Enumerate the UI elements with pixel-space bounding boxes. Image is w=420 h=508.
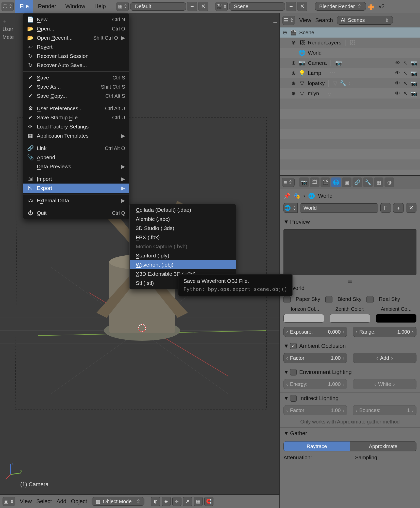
ao-factor-field[interactable]: Factor:1.00 [283,353,347,363]
cursor-select-icon[interactable]: ↖ [403,80,408,86]
tab-mete[interactable]: Mete [0,33,16,41]
file-menu-item[interactable]: 🗂External Data▶ [23,196,129,205]
editor-type-icon[interactable]: ▣ ⇕ [3,497,15,506]
tab-render-layers-icon[interactable]: 🖼 [310,177,320,187]
outliner-tree[interactable]: ⊖🎬Scene ⊕🖼RenderLayers │ 🖼🌐World ⊕📷Camer… [280,27,420,175]
footer-menu-add[interactable]: Add [56,498,66,505]
drag-grip-icon[interactable]: 〓 [280,278,420,282]
gather-approximate-button[interactable]: Approximate [350,441,417,451]
export-menu-item[interactable]: Stanford (.ply) [130,251,236,260]
scene-browse-icon[interactable]: 🎬 ⇕ [215,2,228,11]
ao-enable-checkbox[interactable]: ✓ [290,343,297,349]
layout-delete-button[interactable]: ✕ [198,2,208,11]
eye-icon[interactable]: 👁 [395,90,400,96]
indirect-enable-checkbox[interactable] [290,395,297,402]
exposure-field[interactable]: Exposure:0.000 [283,327,347,337]
zenith-color-swatch[interactable] [330,314,370,323]
panel-world-header[interactable]: ▼World [280,282,420,294]
file-menu-item[interactable]: 📎Append [23,153,129,162]
real-sky-checkbox[interactable] [366,296,374,303]
viewport-add-region-icon[interactable]: ＋ [272,18,278,27]
tab-constraints-icon[interactable]: 🔗 [352,177,362,187]
gather-raytrace-button[interactable]: Raytrace [283,441,350,451]
eye-icon[interactable]: 👁 [395,60,400,66]
tab-material-icon[interactable]: ◑ [384,177,394,187]
footer-menu-object[interactable]: Object [71,498,87,505]
render-toggle-icon[interactable]: 📷 [411,90,417,96]
menu-help[interactable]: Help [90,0,110,13]
horizon-color-swatch[interactable] [283,314,324,323]
outliner-editor-icon[interactable]: ☰ ⇕ [282,16,295,25]
file-menu-item[interactable]: ✔Save Copy...Ctrl Alt S [23,91,129,101]
outliner-filter-dropdown[interactable]: All Scenes [337,16,393,25]
file-menu-item[interactable]: ↻Recover Auto Save... [23,61,129,70]
outliner-search-menu[interactable]: Search [315,17,333,24]
eye-icon[interactable]: 👁 [395,80,400,86]
panel-gather-header[interactable]: ▼Gather [280,428,420,439]
cursor-select-icon[interactable]: ↖ [403,70,408,76]
file-menu-item[interactable]: ⚙User Preferences...Ctrl Alt U [23,104,129,113]
file-menu-item[interactable]: 🔗LinkCtrl Alt O [23,144,129,153]
tab-user[interactable]: User [0,25,16,33]
panel-indirect-header[interactable]: ▼Indirect Lighting [280,392,420,404]
indirect-bounces-field[interactable]: Bounces:1 [353,405,416,415]
export-menu-item[interactable]: Wavefront (.obj) [130,260,236,269]
world-browse-button[interactable]: 🌐 ⇕ [283,203,298,213]
layout-browse-icon[interactable]: ▦ ⇕ [116,2,129,11]
snap-icon[interactable]: 🧲 [204,497,213,506]
render-toggle-icon[interactable]: 📷 [411,80,417,86]
cursor-icon[interactable]: ✛ [172,497,181,506]
export-menu-item[interactable]: 3D Studio (.3ds) [130,224,236,233]
file-menu-item[interactable]: ↩Revert [23,42,129,52]
pivot-icon[interactable]: ⊕ [162,497,171,506]
fake-user-button[interactable]: F [380,203,391,213]
layout-name[interactable]: Default [130,2,186,11]
env-energy-field[interactable]: Energy:1.000 [283,379,347,389]
file-menu-item[interactable]: 📄NewCtrl N [23,15,129,24]
manipulator-icon[interactable]: ↗ [183,497,192,506]
export-menu-item[interactable]: FBX (.fbx) [130,233,236,242]
disclosure-icon[interactable]: ⊕ [291,70,296,76]
scene-name[interactable]: Scene [229,2,285,11]
eye-icon[interactable]: 👁 [395,70,400,76]
layers-icon[interactable]: ▦ [194,497,203,506]
file-menu-dropdown[interactable]: 📄NewCtrl N📂Open...Ctrl O📂Open Recent...S… [23,13,129,219]
file-menu-item[interactable]: ⇲Import▶ [23,174,129,184]
blend-sky-checkbox[interactable] [325,296,332,303]
panel-ao-header[interactable]: ▼✓Ambient Occlusion [280,340,420,352]
export-menu-item[interactable]: Alembic (.abc) [130,215,236,224]
outliner-row[interactable]: ⊕💡Lamp │ 〰👁↖📷 [280,68,420,78]
tab-render-icon[interactable]: 📷 [299,177,309,187]
file-menu-item[interactable]: Data Previews▶ [23,162,129,171]
scene-add-button[interactable]: ＋ [286,2,296,11]
cursor-select-icon[interactable]: ↖ [403,60,408,66]
range-field[interactable]: Range:1.000 [353,327,416,337]
menu-render[interactable]: Render [33,0,61,13]
disclosure-icon[interactable]: ⊕ [291,90,296,96]
env-enable-checkbox[interactable] [290,369,297,375]
export-menu-item[interactable]: Collada (Default) (.dae) [130,205,236,215]
footer-menu-select[interactable]: Select [36,498,52,505]
tab-add-icon[interactable]: ＋ [2,18,16,25]
shading-solid-icon[interactable]: ◐ [151,497,160,506]
outliner-view-menu[interactable]: View [299,17,311,24]
cursor-select-icon[interactable]: ↖ [403,90,408,96]
file-menu-item[interactable]: ⏻QuitCtrl Q [23,208,129,218]
indirect-factor-field[interactable]: Factor:1.00 [283,405,347,415]
panel-env-header[interactable]: ▼Environment Lighting [280,366,420,378]
file-menu-item[interactable]: ✔SaveCtrl S [23,73,129,82]
file-menu-item[interactable]: ↻Recover Last Session [23,52,129,61]
panel-preview-header[interactable]: ▼Preview [280,216,420,228]
outliner-row[interactable]: ⊕🖼RenderLayers │ 🖼 [280,38,420,48]
paper-sky-checkbox[interactable] [283,296,291,303]
outliner-row[interactable]: ⊕▽lopatky │ ▽ 🔧 ⸬👁↖📷 [280,78,420,88]
tab-scene-icon[interactable]: 🎬 [321,177,330,187]
file-menu-item[interactable]: 📂Open Recent...Shift Ctrl O▶ [23,33,129,42]
world-add-button[interactable]: ＋ [393,203,404,213]
info-header-icon[interactable]: ⓘ ⇕ [2,2,14,11]
world-unlink-button[interactable]: ✕ [406,203,416,213]
file-menu-item[interactable]: ⇱Export▶ [23,184,129,193]
tab-world-icon[interactable]: 🌐 [331,177,341,187]
menu-file[interactable]: File [15,0,33,13]
file-menu-item[interactable]: ✔Save As...Shift Ctrl S [23,82,129,91]
